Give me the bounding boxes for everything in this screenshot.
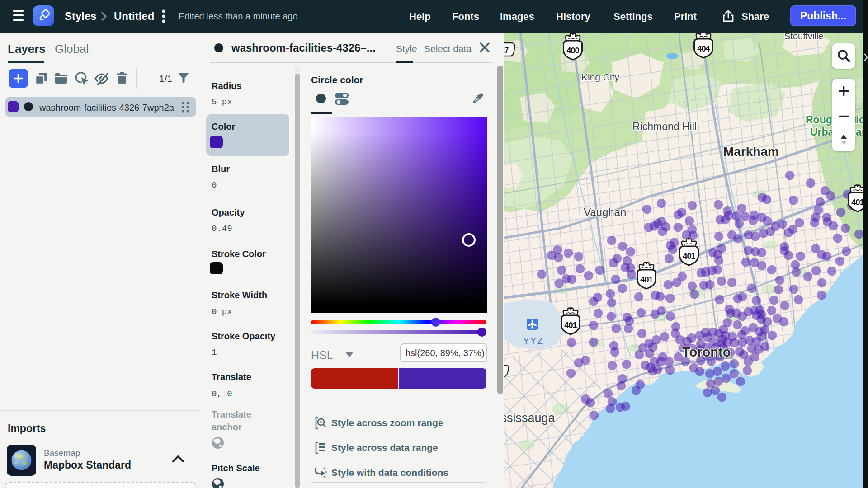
svg-text:400: 400 [566,46,579,55]
svg-text:27: 27 [504,46,509,55]
svg-text:401: 401 [640,275,653,284]
svg-text:Vaughan: Vaughan [584,206,626,218]
svg-text:ar: ar [856,126,863,138]
svg-text:YYZ: YYZ [523,335,543,346]
svg-text:404: 404 [697,44,710,53]
svg-text:Richmond Hill: Richmond Hill [632,121,697,132]
svg-text:401: 401 [851,198,863,207]
svg-text:King City: King City [581,72,620,82]
svg-text:Markham: Markham [723,145,779,159]
svg-text:Mississauga: Mississauga [504,411,556,425]
svg-text:io: io [856,114,863,126]
svg-text:Stouffville: Stouffville [784,33,823,41]
svg-text:401: 401 [683,252,695,261]
svg-text:Toronto: Toronto [682,345,731,359]
svg-text:401: 401 [564,321,577,330]
